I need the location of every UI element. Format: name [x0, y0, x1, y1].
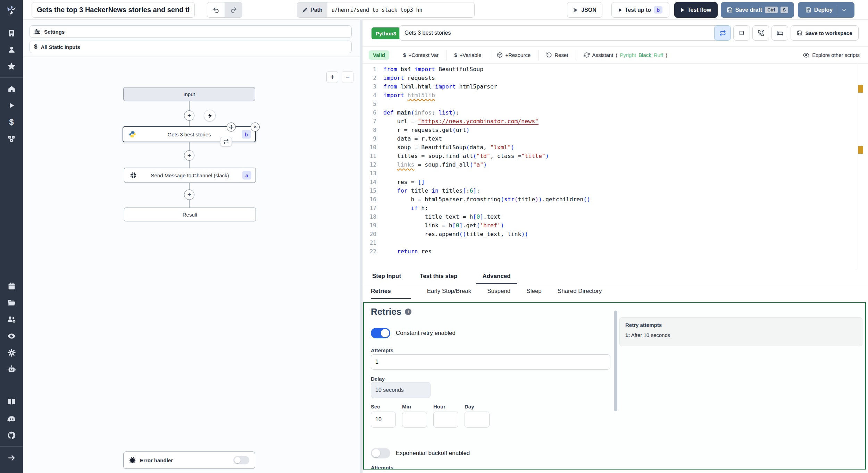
delete-step-button[interactable]: × — [251, 123, 260, 132]
panel-splitter[interactable] — [360, 20, 362, 473]
day-input[interactable] — [465, 412, 490, 428]
test-up-to-button[interactable]: Test up to b — [611, 2, 669, 18]
retry-indicator[interactable] — [220, 137, 232, 146]
reset-label: Reset — [554, 52, 568, 58]
step-editor-panel: Python3 Save to workspace Valid $+Contex… — [362, 20, 868, 473]
error-handler-toggle[interactable] — [233, 456, 249, 464]
retries-heading: Retries i — [371, 306, 411, 317]
tab-step-input[interactable]: Step Input — [372, 270, 401, 284]
zoom-in-button[interactable]: + — [326, 71, 338, 83]
step-node-b[interactable]: Gets 3 best stories b × — [123, 126, 256, 142]
suspend-button[interactable] — [752, 25, 769, 41]
sleep-button[interactable] — [771, 25, 788, 41]
sidebar-item-workers[interactable] — [0, 361, 23, 378]
braces-icon — [573, 7, 578, 13]
constant-retry-label: Constant retry enabled — [396, 330, 456, 337]
subtab-shared-directory[interactable]: Shared Directory — [558, 284, 602, 299]
trigger-button[interactable] — [204, 110, 216, 121]
deploy-label: Deploy — [814, 7, 833, 13]
info-icon[interactable]: i — [405, 309, 411, 315]
play-icon — [619, 8, 622, 12]
sidebar-collapse-button[interactable] — [0, 449, 23, 466]
python-icon — [129, 131, 136, 138]
hour-input[interactable] — [433, 412, 458, 428]
static-inputs-label: All Static Inputs — [41, 44, 80, 50]
result-node[interactable]: Result — [124, 208, 256, 221]
redo-button[interactable] — [225, 2, 242, 17]
subtab-sleep[interactable]: Sleep — [526, 284, 541, 299]
path-value[interactable]: u/henri/send_to_slack_top3_hn — [327, 2, 474, 17]
scrollbar[interactable] — [614, 311, 617, 411]
attempts-input[interactable] — [371, 354, 610, 370]
sidebar-item-discord[interactable] — [0, 410, 23, 427]
add-context-var-button[interactable]: $+Context Var — [395, 50, 446, 60]
reset-button[interactable]: Reset — [538, 50, 576, 60]
warning-marker — [858, 85, 863, 93]
min-input[interactable] — [402, 412, 427, 428]
step-title-input[interactable] — [399, 25, 719, 41]
exponential-backoff-toggle[interactable] — [371, 448, 390, 458]
zoom-out-button[interactable]: − — [342, 71, 353, 83]
flow-title-input[interactable] — [32, 2, 195, 18]
lightning-icon — [207, 113, 213, 119]
sidebar-item-github[interactable] — [0, 427, 23, 444]
input-node-label: Input — [183, 91, 195, 97]
input-node[interactable]: Input — [123, 87, 255, 101]
sidebar-divider — [0, 446, 23, 447]
error-handler-bar[interactable]: Error handler — [123, 451, 255, 469]
tab-test-this-step[interactable]: Test this step — [420, 270, 457, 284]
constant-retry-row: Constant retry enabled — [371, 328, 456, 338]
pencil-icon — [302, 7, 308, 13]
flow-graph-panel: Settings $ All Static Inputs + − Input +… — [23, 20, 360, 473]
sidebar-item-resources[interactable] — [0, 130, 23, 147]
explore-scripts-button[interactable]: Explore other scripts — [803, 52, 860, 58]
sidebar-item-runs[interactable] — [0, 97, 23, 114]
move-handle[interactable] — [227, 123, 236, 132]
sec-field: Sec — [371, 404, 396, 428]
save-draft-button[interactable]: Save draft Ctrl S — [721, 2, 794, 18]
sidebar-item-favorites[interactable] — [0, 58, 23, 75]
assistant-button[interactable]: Assistant (PyrightBlackRuff) — [576, 50, 675, 60]
sidebar-item-docs[interactable] — [0, 394, 23, 410]
subtab-early-stop[interactable]: Early Stop/Break — [427, 284, 471, 299]
add-step-button[interactable]: + — [184, 110, 194, 121]
subtab-suspend[interactable]: Suspend — [487, 284, 510, 299]
deploy-button[interactable]: Deploy — [798, 2, 854, 18]
test-flow-label: Test flow — [687, 7, 711, 13]
undo-button[interactable] — [207, 2, 225, 17]
tab-advanced[interactable]: Advanced — [476, 270, 517, 284]
static-inputs-bar[interactable]: $ All Static Inputs — [30, 41, 352, 53]
test-flow-button[interactable]: Test flow — [674, 2, 718, 18]
windmill-logo-icon[interactable] — [0, 0, 23, 20]
chevron-down-icon[interactable] — [841, 7, 847, 13]
subtab-retries[interactable]: Retries — [371, 284, 411, 299]
flow-settings-bar[interactable]: Settings — [30, 25, 352, 38]
constant-retry-toggle[interactable] — [371, 328, 390, 338]
add-step-button[interactable]: + — [184, 189, 194, 200]
add-resource-button[interactable]: +Resource — [489, 50, 538, 60]
code-editor[interactable]: 12345678910111213141516171819202122 from… — [362, 64, 868, 270]
path-chip[interactable]: Path — [297, 2, 327, 17]
add-step-button[interactable]: + — [184, 150, 194, 161]
sidebar-item-audit[interactable] — [0, 328, 23, 344]
sidebar-item-workspaces[interactable] — [0, 25, 23, 41]
sidebar-item-folders[interactable] — [0, 294, 23, 311]
divider — [837, 5, 837, 15]
json-button[interactable]: JSON — [567, 2, 602, 18]
sidebar-item-variables[interactable]: $ — [0, 114, 23, 130]
sidebar-item-user[interactable] — [0, 41, 23, 58]
sidebar-item-schedules[interactable] — [0, 278, 23, 294]
sidebar-item-groups[interactable] — [0, 311, 23, 328]
step-node-a[interactable]: Send Message to Channel (slack) a — [124, 168, 256, 183]
early-stop-button[interactable] — [733, 25, 750, 41]
save-to-workspace-button[interactable]: Save to workspace — [791, 25, 859, 41]
gutter: 12345678910111213141516171819202122 — [362, 65, 376, 256]
sidebar-item-home[interactable] — [0, 81, 23, 97]
language-badge: Python3 — [372, 27, 400, 39]
refresh-icon — [584, 52, 590, 58]
sec-input[interactable] — [371, 412, 396, 428]
sidebar-item-settings[interactable] — [0, 344, 23, 361]
retries-indicator-button[interactable] — [714, 25, 731, 41]
schedules-calendar-icon — [7, 282, 16, 290]
add-variable-button[interactable]: $+Variable — [446, 50, 489, 60]
